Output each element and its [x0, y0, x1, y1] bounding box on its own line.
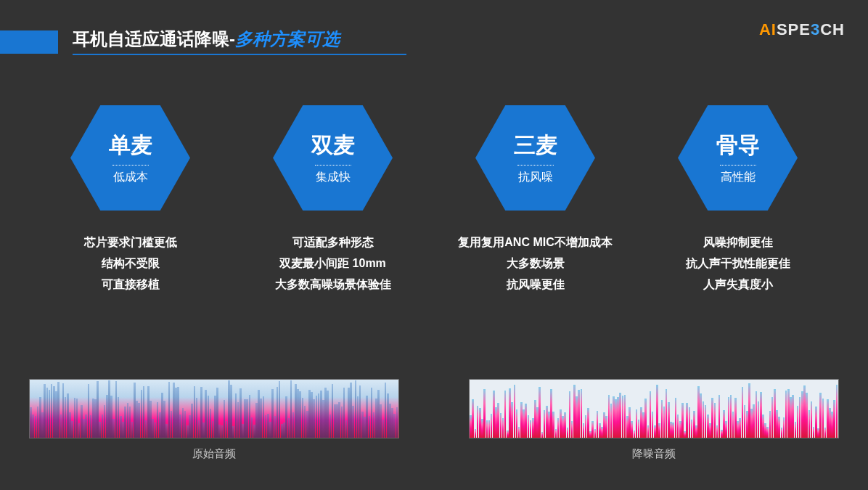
feature-item: 复用复用ANC MIC不增加成本 — [458, 232, 612, 253]
hex-title: 单麦 — [109, 131, 152, 160]
features-list: 复用复用ANC MIC不增加成本 大多数场景 抗风噪更佳 — [458, 232, 612, 295]
feature-item: 芯片要求门槛更低 — [84, 232, 177, 253]
title-underline — [73, 54, 406, 55]
features-list: 风噪抑制更佳 抗人声干扰性能更佳 人声失真度小 — [686, 232, 790, 295]
feature-item: 人声失真度小 — [686, 274, 790, 295]
title-main: 耳机自适应通话降噪- — [73, 28, 235, 51]
feature-item: 大多数场景 — [458, 253, 612, 274]
feature-item: 可适配多种形态 — [275, 232, 391, 253]
hex-subtitle: 集成快 — [316, 170, 351, 185]
spectrogram-original-column: 原始音频 — [29, 379, 399, 461]
hexagon-triple-mic: 三麦 抗风噪 — [475, 105, 595, 211]
hex-divider — [720, 165, 756, 166]
spectrogram-row: 原始音频 降噪音频 — [0, 379, 868, 461]
hex-subtitle: 低成本 — [113, 170, 148, 185]
hex-subtitle: 高性能 — [721, 170, 756, 185]
hex-divider — [517, 165, 554, 166]
hex-title: 三麦 — [514, 131, 557, 160]
spectrogram-original-label: 原始音频 — [192, 447, 236, 461]
feature-item: 大多数高噪场景体验佳 — [275, 274, 391, 295]
features-list: 可适配多种形态 双麦最小间距 10mm 大多数高噪场景体验佳 — [275, 232, 391, 295]
hex-subtitle: 抗风噪 — [518, 170, 553, 185]
logo-part-1: AI — [759, 20, 777, 39]
option-column-1: 单麦 低成本 芯片要求门槛更低 结构不受限 可直接移植 — [36, 105, 225, 295]
brand-logo: AI SPE 3 CH — [759, 20, 845, 39]
title-sub: 多种方案可选 — [235, 28, 340, 51]
feature-item: 双麦最小间距 10mm — [275, 253, 391, 274]
feature-item: 结构不受限 — [84, 253, 177, 274]
feature-item: 抗风噪更佳 — [458, 274, 612, 295]
spectrogram-original-image — [29, 379, 399, 438]
spectrogram-denoised-image — [469, 379, 839, 438]
hex-title: 双麦 — [311, 131, 355, 160]
features-list: 芯片要求门槛更低 结构不受限 可直接移植 — [84, 232, 177, 295]
logo-part-4: CH — [820, 20, 845, 39]
page-title: 耳机自适应通话降噪- 多种方案可选 — [73, 28, 340, 51]
feature-item: 抗人声干扰性能更佳 — [686, 253, 790, 274]
option-column-2: 双麦 集成快 可适配多种形态 双麦最小间距 10mm 大多数高噪场景体验佳 — [239, 105, 427, 295]
header-accent-bar — [0, 30, 58, 54]
spectrogram-denoised-column: 降噪音频 — [469, 379, 839, 461]
feature-item: 可直接移植 — [84, 274, 177, 295]
spectrogram-denoised-label: 降噪音频 — [632, 447, 676, 461]
hexagon-bone-conduction: 骨导 高性能 — [678, 105, 798, 211]
hexagon-single-mic: 单麦 低成本 — [70, 105, 190, 211]
logo-part-3: 3 — [811, 20, 820, 39]
hex-title: 骨导 — [716, 131, 760, 160]
option-column-3: 三麦 抗风噪 复用复用ANC MIC不增加成本 大多数场景 抗风噪更佳 — [441, 105, 630, 295]
hexagon-dual-mic: 双麦 集成快 — [273, 105, 393, 211]
hex-divider — [315, 165, 351, 166]
options-row: 单麦 低成本 芯片要求门槛更低 结构不受限 可直接移植 双麦 集成快 可适配多种… — [0, 105, 868, 295]
feature-item: 风噪抑制更佳 — [686, 232, 790, 253]
logo-part-2: SPE — [777, 20, 811, 39]
option-column-4: 骨导 高性能 风噪抑制更佳 抗人声干扰性能更佳 人声失真度小 — [644, 105, 832, 295]
hex-divider — [112, 165, 149, 166]
